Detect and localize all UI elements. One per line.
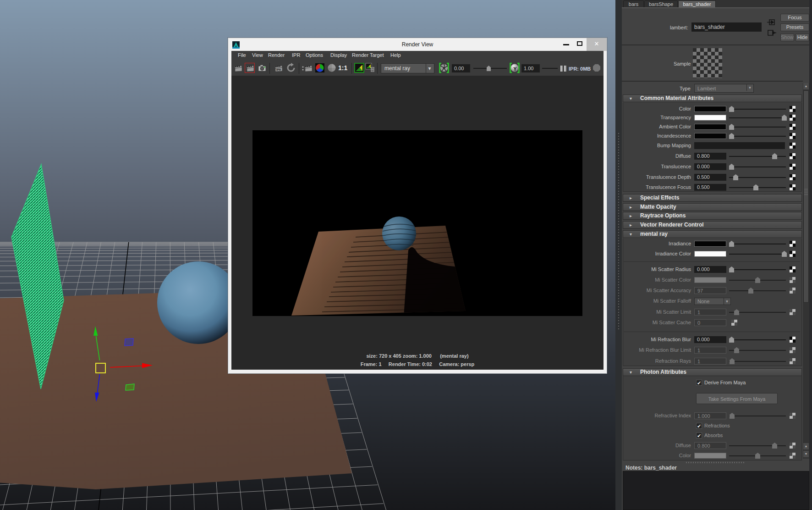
svg-text:Y: Y <box>513 66 517 72</box>
svg-text:IPR: IPR <box>276 68 281 71</box>
